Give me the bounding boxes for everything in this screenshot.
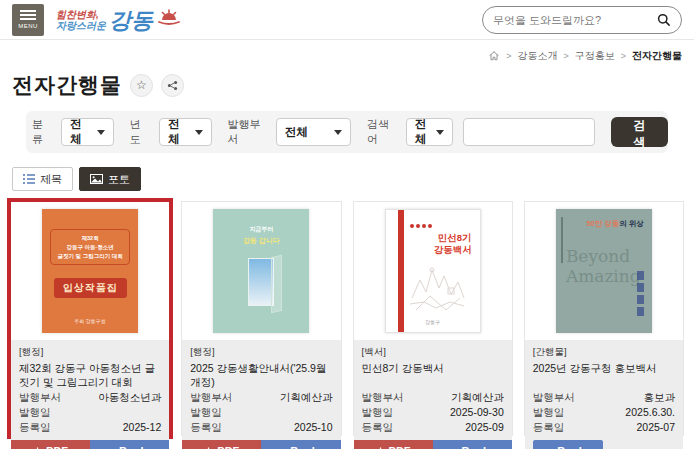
publication-card: 50만 강동의 위상 Beyond Amazing [간행물] 2025년 강동… [524,201,684,436]
breadcrumb-current: 전자간행물 [632,49,682,63]
book-cover-image: 50만 강동의 위상 Beyond Amazing [556,209,652,333]
dept-label: 발행부서 [362,390,404,405]
filter-dept-label: 발행부서 [228,117,266,147]
pdf-button-label: PDF [46,445,68,449]
publication-info: [행정] 2025 강동생활안내서('25.9월 개정) 발행부서기획예산과 발… [182,340,340,440]
publication-title[interactable]: 2025 강동생활안내서('25.9월 개정) [190,362,332,390]
pdf-button[interactable]: PDF [354,440,433,449]
filter-dept-value: 전체 [285,125,308,140]
category-badge: [백서] [362,346,504,359]
menu-button[interactable]: MENU [12,4,44,36]
cover-text: 민선8기 [434,232,472,244]
cover-text-accent: 50만 강동 [586,219,619,228]
door-illustration [248,258,274,306]
publication-title[interactable]: 제32회 강동구 아동청소년 글짓기 및 그림그리기 대회 [19,362,161,390]
menu-button-label: MENU [18,23,38,29]
cover-english-title: Beyond Amazing [566,247,641,286]
publication-details: 발행부서아동청소년과 발행일 등록일2025-12 [19,390,161,435]
pdf-button-label: PDF [217,445,239,449]
breadcrumb-separator: > [506,51,511,61]
publication-info: [간행물] 2025년 강동구청 홍보백서 발행부서홍보과 발행일2025.6.… [525,340,683,440]
dept-value: 기획예산과 [451,390,504,405]
cover-text: Beyond [566,247,641,267]
publication-card: 민선8기 강동백서 강동구 [백서] 민선8기 강동백서 [353,201,513,436]
logo-name: 강동 [109,11,153,31]
ebook-button[interactable]: eBook [433,440,512,449]
title-row: 전자간행물 ☆ [0,63,694,103]
ebook-button[interactable]: eBook [90,440,169,449]
filter-keyword-scope-select[interactable]: 전체 [406,118,454,146]
ebook-button[interactable]: eBook [261,440,340,449]
pdf-button-label: PDF [389,445,411,449]
publication-cover[interactable]: 50만 강동의 위상 Beyond Amazing [525,202,683,340]
publication-title[interactable]: 2025년 강동구청 홍보백서 [533,362,675,390]
pub-date-value: 2025.6.30. [625,405,675,420]
reg-date-label: 등록일 [19,420,51,435]
cover-title: 민선8기 강동백서 [434,232,472,256]
breadcrumb-item[interactable]: 강동소개 [517,49,557,63]
breadcrumb-separator: > [563,51,568,61]
card-buttons: PDF eBook [354,440,512,449]
book-cover-image: 민선8기 강동백서 강동구 [385,209,481,333]
site-logo[interactable]: 힘찬변화, 자랑스러운 강동 [56,9,180,31]
photo-icon [90,174,103,184]
cover-footer: 주최 강동구청 [74,318,105,324]
reg-date-value: 2025-12 [123,420,162,435]
breadcrumb-item[interactable]: 구정홍보 [575,49,615,63]
pub-date-value: 2025-09-30 [450,405,504,420]
publication-title[interactable]: 민선8기 강동백서 [362,362,504,390]
dept-label: 발행부서 [190,390,232,405]
view-list-label: 제목 [40,172,62,187]
dept-label: 발행부서 [19,390,61,405]
reg-date-label: 등록일 [533,420,565,435]
site-header: MENU 힘찬변화, 자랑스러운 강동 [0,0,694,40]
filter-category-select[interactable]: 전체 [61,118,114,146]
cover-text: 지금부터 [249,225,273,234]
card-buttons: PDF eBook [11,440,169,449]
cover-text: 강동구 아동·청소년 [56,243,124,252]
cover-text: 강동백서 [434,244,472,256]
cover-title: 입상작품집 [54,278,127,298]
list-icon [23,174,35,184]
reg-date-value: 2025-07 [636,420,675,435]
publication-cover[interactable]: 지금부터 강동 갑니다 [182,202,340,340]
view-photo-button[interactable]: 포토 [79,167,141,191]
pdf-button[interactable]: PDF [11,440,90,449]
share-button[interactable] [161,74,184,97]
cover-footer: 강동구 [386,319,480,325]
view-toggle: 제목 포토 [0,153,694,191]
pub-date-label: 발행일 [533,405,565,420]
breadcrumb: > 강동소개 > 구정홍보 > 전자간행물 [0,40,694,63]
filter-keyword-label: 검색어 [367,117,396,147]
filter-dept-select[interactable]: 전체 [276,118,351,146]
cover-text: 제32회 [56,234,124,243]
pub-date-label: 발행일 [190,405,222,420]
pdf-button[interactable]: PDF [182,440,261,449]
chevron-down-icon [195,130,203,135]
filter-category-value: 전체 [70,117,87,147]
search-button[interactable]: 검색 [611,117,668,147]
publication-cover[interactable]: 민선8기 강동백서 강동구 [354,202,512,340]
publication-details: 발행부서기획예산과 발행일 등록일2025-10 [190,390,332,435]
chevron-down-icon [334,130,342,135]
cover-dots [410,224,432,228]
publication-card: 제32회 강동구 아동·청소년 글짓기 및 그림그리기 대회 입상작품집 주최 … [10,201,170,436]
view-list-button[interactable]: 제목 [12,167,73,191]
filter-year-label: 년도 [130,117,149,147]
dept-value: 기획예산과 [280,390,333,405]
publication-cover[interactable]: 제32회 강동구 아동·청소년 글짓기 및 그림그리기 대회 입상작품집 주최 … [11,202,169,340]
publication-details: 발행부서홍보과 발행일2025.6.30. 등록일2025-07 [533,390,675,435]
header-search-input[interactable] [493,14,656,26]
sun-icon [158,9,180,29]
reg-date-label: 등록일 [362,420,394,435]
filter-year-select[interactable]: 전체 [159,118,212,146]
favorite-star-button[interactable]: ☆ [130,74,153,97]
home-icon[interactable] [488,50,500,62]
category-badge: [간행물] [533,346,675,359]
keyword-input[interactable] [463,118,595,146]
category-badge: [행정] [190,346,332,359]
search-icon[interactable] [656,12,671,27]
chevron-down-icon [436,130,444,135]
ebook-button[interactable]: eBook [533,440,604,449]
cover-text: 글짓기 및 그림그리기 대회 [56,252,124,261]
